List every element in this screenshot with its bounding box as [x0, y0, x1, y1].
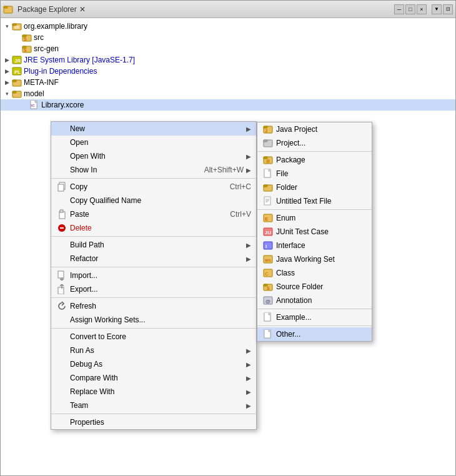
menu-item-convert-to-ecore[interactable]: Convert to Ecore — [51, 330, 256, 344]
plugin-icon: PL — [12, 66, 22, 76]
submenu-sep-3 — [257, 309, 372, 309]
menu-label-export: Export... — [70, 285, 251, 294]
submenu-label-source-folder: Source Folder — [276, 282, 367, 291]
replace-with-arrow: ▶ — [246, 389, 251, 395]
menu-item-properties[interactable]: Properties — [51, 415, 256, 429]
minimize-button[interactable]: ─ — [394, 4, 404, 14]
maximize-button[interactable]: □ — [405, 4, 415, 14]
submenu-item-enum[interactable]: E Enum — [257, 211, 372, 225]
open-icon — [56, 137, 67, 147]
team-icon — [56, 400, 67, 410]
compare-with-arrow: ▶ — [246, 375, 251, 382]
tree-item-org-example[interactable]: ▾ org.example.library — [1, 21, 455, 32]
menu-item-replace-with[interactable]: Replace With ▶ — [51, 385, 256, 399]
context-menu: New ▶ J Java Project — [51, 121, 257, 430]
assign-working-sets-icon — [56, 315, 67, 325]
svg-text:JU: JU — [265, 230, 271, 236]
menu-item-new[interactable]: New ▶ J Java Project — [51, 122, 256, 136]
menu-item-run-as[interactable]: Run As ▶ — [51, 344, 256, 357]
tree-item-plugin[interactable]: ▶ PL Plug-in Dependencies — [1, 66, 455, 77]
menu-item-debug-as[interactable]: Debug As ▶ — [51, 357, 256, 371]
submenu-item-folder[interactable]: Folder — [257, 181, 372, 194]
delete-icon — [56, 223, 67, 233]
team-arrow: ▶ — [246, 402, 251, 409]
submenu-item-interface[interactable]: I Interface — [257, 239, 372, 252]
menu-label-import: Import... — [70, 271, 251, 280]
svg-text:S: S — [267, 286, 270, 290]
new-icon — [56, 124, 67, 134]
submenu-label-interface: Interface — [276, 241, 367, 250]
tree-arrow-meta-inf: ▶ — [3, 79, 11, 86]
menu-item-export[interactable]: Export... — [51, 282, 256, 296]
menu-item-paste[interactable]: Paste Ctrl+V — [51, 207, 256, 221]
menu-item-copy[interactable]: Copy Ctrl+C — [51, 180, 256, 194]
tree-item-meta-inf[interactable]: ▶ META-INF — [1, 77, 455, 88]
submenu-label-java-project: Java Project — [276, 125, 367, 134]
submenu-sep-1 — [257, 151, 372, 152]
menu-label-paste: Paste — [70, 210, 225, 219]
model-folder-icon — [12, 89, 22, 99]
show-in-arrow: ▶ — [246, 167, 251, 174]
menu-item-refactor[interactable]: Refactor ▶ — [51, 252, 256, 265]
menu-sep-1 — [51, 178, 256, 179]
menu-item-compare-with[interactable]: Compare With ▶ — [51, 371, 256, 385]
example-icon — [262, 312, 274, 322]
menu-label-properties: Properties — [70, 418, 251, 427]
svg-rect-55 — [59, 212, 65, 219]
copy-shortcut: Ctrl+C — [230, 182, 251, 191]
menu-item-copy-qualified[interactable]: Copy Qualified Name — [51, 194, 256, 207]
tree-item-src-gen[interactable]: S src-gen — [1, 43, 455, 54]
submenu-item-file[interactable]: File — [257, 167, 372, 181]
svg-text:C: C — [265, 271, 269, 277]
menu-item-refresh[interactable]: Refresh — [51, 299, 256, 313]
src-gen-folder-icon: S — [22, 44, 32, 54]
submenu-item-junit[interactable]: JU JUnit Test Case — [257, 225, 372, 239]
tree-item-model[interactable]: ▾ model — [1, 88, 455, 99]
tree-item-src[interactable]: S src — [1, 32, 455, 43]
menu-item-build-path[interactable]: Build Path ▶ — [51, 238, 256, 252]
menu-label-copy-qualified: Copy Qualified Name — [70, 196, 251, 205]
detach-button[interactable]: ⊡ — [443, 4, 453, 14]
svg-text:PL: PL — [14, 69, 21, 75]
submenu-label-class: Class — [276, 269, 367, 277]
package-folder-icon — [12, 21, 22, 31]
view-menu-button[interactable]: ▼ — [432, 4, 442, 14]
submenu-item-java-working-set[interactable]: WS Java Working Set — [257, 252, 372, 266]
menu-label-refresh: Refresh — [70, 302, 251, 310]
menu-item-assign-working-sets[interactable]: Assign Working Sets... — [51, 313, 256, 327]
submenu-item-project[interactable]: Project... — [257, 136, 372, 150]
submenu-label-untitled-text: Untitled Text File — [276, 197, 367, 206]
tree-arrow-org-example: ▾ — [3, 22, 11, 30]
submenu-item-class[interactable]: C Class — [257, 266, 372, 280]
submenu-item-untitled-text[interactable]: Untitled Text File — [257, 194, 372, 208]
menu-label-assign-working-sets: Assign Working Sets... — [70, 315, 251, 324]
tree-item-jre[interactable]: ▶ JR JRE System Library [JavaSE-1.7] — [1, 54, 455, 66]
tree-label-model: model — [24, 89, 44, 98]
export-icon — [56, 284, 67, 294]
show-in-icon — [56, 165, 67, 175]
menu-label-open: Open — [70, 138, 251, 147]
submenu-item-example[interactable]: Example... — [257, 310, 372, 324]
submenu-item-annotation[interactable]: @ Annotation — [257, 294, 372, 307]
title-bar-text: Package Explorer — [17, 5, 77, 14]
menu-item-delete[interactable]: Delete — [51, 221, 256, 235]
tree-item-library-xcore[interactable]: XC Library.xcore — [1, 99, 455, 111]
svg-point-28 — [266, 159, 270, 163]
submenu-item-source-folder[interactable]: S Source Folder — [257, 280, 372, 294]
submenu-label-file: File — [276, 169, 367, 178]
close-button[interactable]: × — [417, 4, 427, 14]
class-icon: C — [262, 268, 274, 278]
menu-item-import[interactable]: Import... — [51, 269, 256, 282]
build-path-arrow: ▶ — [246, 242, 251, 249]
submenu-item-other[interactable]: Other... — [257, 327, 372, 341]
junit-icon: JU — [262, 227, 274, 237]
menu-item-open-with[interactable]: Open With ▶ — [51, 149, 256, 163]
submenu-item-package[interactable]: Package — [257, 153, 372, 167]
menu-item-team[interactable]: Team ▶ — [51, 399, 256, 412]
main-content: ▾ org.example.library S — [1, 18, 455, 475]
menu-item-open[interactable]: Open — [51, 136, 256, 149]
title-bar-controls: ─ □ × ▼ ⊡ — [394, 4, 453, 14]
submenu-item-java-project[interactable]: J Java Project — [257, 122, 372, 136]
menu-item-show-in[interactable]: Show In Alt+Shift+W ▶ — [51, 163, 256, 177]
submenu-sep-2 — [257, 209, 372, 210]
